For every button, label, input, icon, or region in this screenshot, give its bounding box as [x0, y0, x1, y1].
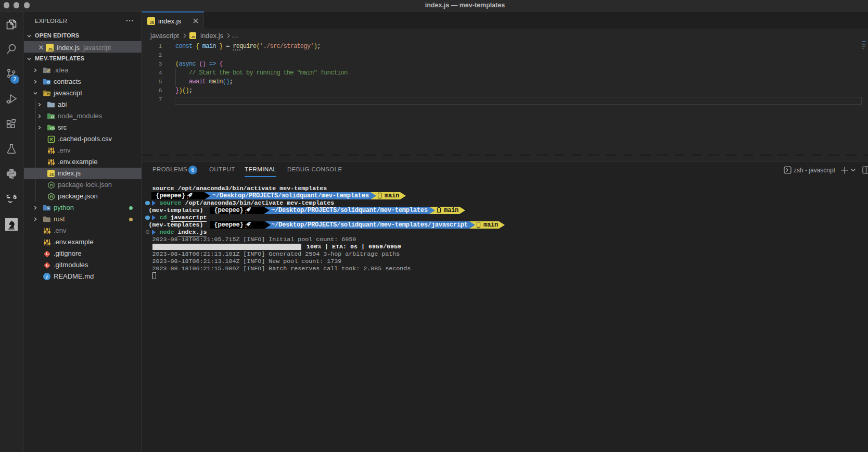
svg-text:</>: </> [50, 127, 55, 130]
svg-text:JS: JS [46, 93, 50, 96]
